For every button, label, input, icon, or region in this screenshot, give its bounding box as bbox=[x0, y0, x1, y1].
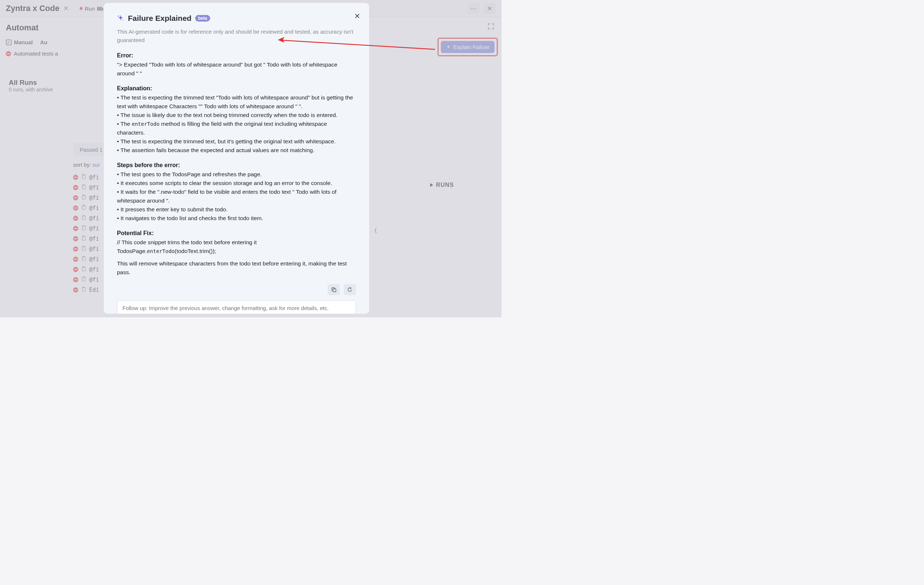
svg-point-25 bbox=[118, 16, 119, 17]
error-heading: Error: bbox=[117, 52, 356, 59]
modal-title: Failure Explained bbox=[128, 14, 191, 23]
copy-button[interactable] bbox=[327, 284, 340, 295]
fix-body: // This code snippet trims the todo text… bbox=[117, 238, 356, 256]
beta-badge: beta bbox=[195, 15, 210, 21]
modal-close-icon[interactable]: ✕ bbox=[354, 12, 360, 20]
failure-explained-modal: ✕ Failure Explained beta This AI-generat… bbox=[104, 3, 369, 314]
explanation-heading: Explanation: bbox=[117, 85, 356, 92]
fix-footer: This will remove whitespace characters f… bbox=[117, 259, 356, 277]
sparkle-icon bbox=[117, 15, 124, 22]
steps-heading: Steps before the error: bbox=[117, 162, 356, 169]
steps-body: • The test goes to the TodosPage and ref… bbox=[117, 170, 356, 223]
refresh-icon bbox=[347, 287, 352, 292]
copy-icon bbox=[331, 287, 336, 292]
followup-input[interactable] bbox=[117, 300, 356, 314]
refresh-button[interactable] bbox=[343, 284, 356, 295]
fix-heading: Potential Fix: bbox=[117, 230, 356, 236]
modal-disclaimer: This AI-generated code is for reference … bbox=[117, 28, 356, 44]
error-body: "> Expected "Todo with lots of whitespac… bbox=[117, 60, 356, 78]
explanation-body: • The test is expecting the trimmed text… bbox=[117, 93, 356, 155]
svg-point-26 bbox=[122, 20, 123, 20]
svg-rect-28 bbox=[333, 289, 336, 292]
